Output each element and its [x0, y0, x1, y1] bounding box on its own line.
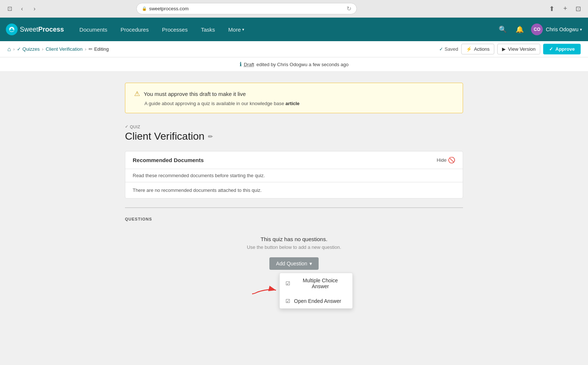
back-btn[interactable]: ‹ — [17, 4, 27, 14]
arrow-svg — [250, 285, 280, 296]
saved-check-icon: ✓ — [439, 46, 443, 52]
draft-bar: ℹ Draft edited by Chris Odogwu a few sec… — [0, 57, 588, 72]
approve-button[interactable]: ✓ Approve — [543, 44, 581, 54]
breadcrumb-quizzes[interactable]: ✓ Quizzes — [17, 46, 40, 52]
draft-suffix: edited by Chris Odogwu a few seconds ago — [257, 62, 349, 67]
add-question-container: Add Question ▾ — [269, 257, 319, 270]
reload-icon[interactable]: ↻ — [347, 5, 351, 12]
multiple-choice-option[interactable]: ☑ Multiple Choice Answer — [280, 273, 352, 294]
breadcrumb-bar: ⌂ › ✓ Quizzes › Client Verification › ✏ … — [0, 41, 588, 57]
user-menu[interactable]: CO Chris Odogwu ▾ — [531, 24, 582, 35]
notifications-btn[interactable]: 🔔 — [514, 24, 525, 35]
check-icon: ✓ — [17, 46, 21, 52]
logo-text: SweetProcess — [20, 26, 64, 33]
warning-triangle-icon: ⚠ — [134, 90, 140, 98]
rec-docs-header: Recommended Documents Hide 🚫 — [125, 151, 463, 169]
nav-more[interactable]: More▾ — [222, 18, 251, 41]
approve-check-icon: ✓ — [549, 46, 553, 52]
add-question-button[interactable]: Add Question ▾ — [269, 257, 319, 270]
split-view-btn[interactable]: ⊡ — [573, 4, 584, 14]
lock-icon: 🔒 — [142, 6, 147, 11]
nav-links: Documents Procedures Processes Tasks Mor… — [73, 18, 251, 41]
browser-right: ⬆ + ⊡ — [547, 4, 584, 14]
quiz-edit-icon[interactable]: ✏ — [208, 133, 213, 140]
address-bar[interactable]: 🔒 sweetprocess.com ↻ — [136, 3, 357, 14]
checkbox-icon-multiple: ☑ — [286, 280, 290, 286]
home-icon: ⌂ — [7, 46, 11, 53]
nav-procedures[interactable]: Procedures — [114, 18, 155, 41]
quiz-section: ✓ QUIZ Client Verification ✏ — [125, 124, 463, 142]
rec-docs-empty: There are no recommended documents attac… — [125, 182, 463, 198]
search-btn[interactable]: 🔍 — [497, 24, 508, 35]
browser-controls: ⊡ ‹ › — [4, 4, 40, 14]
questions-label: QUESTIONS — [125, 217, 463, 221]
section-divider — [125, 207, 463, 208]
checkbox-icon-open: ☑ — [286, 298, 290, 304]
new-tab-btn[interactable]: + — [560, 4, 570, 14]
recommended-docs-card: Recommended Documents Hide 🚫 Read these … — [125, 151, 463, 198]
nav-processes[interactable]: Processes — [155, 18, 194, 41]
open-ended-option[interactable]: ☑ Open Ended Answer — [280, 294, 352, 308]
warning-title: ⚠ You must approve this draft to make it… — [134, 90, 454, 98]
info-icon: ℹ — [240, 61, 242, 68]
nav-documents[interactable]: Documents — [73, 18, 114, 41]
warning-link[interactable]: article — [286, 101, 300, 106]
breadcrumb-sep-3: › — [85, 46, 86, 52]
main-content: ⚠ You must approve this draft to make it… — [0, 72, 588, 365]
no-questions: This quiz has no questions. Use the butt… — [125, 229, 463, 276]
pencil-icon: ✏ — [89, 46, 93, 52]
rec-docs-subtitle: Read these recommended documents before … — [125, 169, 463, 182]
breadcrumb-sep-2: › — [42, 46, 43, 52]
share-btn[interactable]: ⬆ — [547, 4, 557, 14]
user-chevron-icon: ▾ — [580, 27, 582, 32]
breadcrumb-right: ✓ Saved ⚡ Actions ▶ View Version ✓ Appro… — [439, 44, 581, 54]
view-version-button[interactable]: ▶ View Version — [497, 44, 540, 54]
nav-tasks[interactable]: Tasks — [194, 18, 222, 41]
url-text: sweetprocess.com — [149, 6, 189, 11]
more-chevron-icon: ▾ — [242, 27, 244, 32]
user-name: Chris Odogwu — [546, 26, 578, 32]
rec-docs-title: Recommended Documents — [133, 157, 204, 163]
questions-section: QUESTIONS This quiz has no questions. Us… — [125, 217, 463, 290]
dropdown-arrow-icon: ▾ — [309, 261, 312, 266]
breadcrumb-items: ⌂ › ✓ Quizzes › Client Verification › ✏ … — [7, 46, 439, 53]
quiz-label: ✓ QUIZ — [125, 124, 463, 129]
quiz-title: Client Verification ✏ — [125, 130, 463, 142]
draft-text: Draft — [244, 62, 254, 67]
eye-slash-icon: 🚫 — [448, 157, 455, 164]
breadcrumb-client-verification[interactable]: Client Verification — [46, 46, 82, 52]
bolt-icon: ⚡ — [466, 46, 472, 52]
browser-chrome: ⊡ ‹ › 🔒 sweetprocess.com ↻ ⬆ + ⊡ — [0, 0, 588, 18]
hide-button[interactable]: Hide 🚫 — [437, 157, 455, 164]
breadcrumb-sep-1: › — [13, 46, 15, 52]
breadcrumb-editing: ✏ Editing — [89, 46, 109, 52]
actions-button[interactable]: ⚡ Actions — [461, 44, 495, 54]
user-avatar: CO — [531, 24, 543, 35]
forward-btn[interactable]: › — [29, 4, 40, 14]
logo-icon — [6, 24, 18, 35]
breadcrumb-home[interactable]: ⌂ — [7, 46, 11, 53]
warning-box: ⚠ You must approve this draft to make it… — [125, 83, 463, 113]
add-question-dropdown: ☑ Multiple Choice Answer ☑ Open Ended An… — [279, 273, 353, 309]
arrow-indicator — [250, 285, 280, 297]
warning-body: A guide about approving a quiz is availa… — [134, 101, 454, 106]
logo[interactable]: SweetProcess — [6, 24, 64, 35]
play-icon: ▶ — [502, 46, 506, 52]
quiz-check-icon: ✓ — [125, 124, 129, 129]
no-questions-subtitle: Use the button below to add a new questi… — [125, 244, 463, 250]
navbar: SweetProcess Documents Procedures Proces… — [0, 18, 588, 41]
nav-right: 🔍 🔔 CO Chris Odogwu ▾ — [497, 24, 582, 35]
saved-label: ✓ Saved — [439, 46, 458, 52]
no-questions-title: This quiz has no questions. — [125, 236, 463, 242]
sidebar-toggle-btn[interactable]: ⊡ — [4, 4, 15, 14]
